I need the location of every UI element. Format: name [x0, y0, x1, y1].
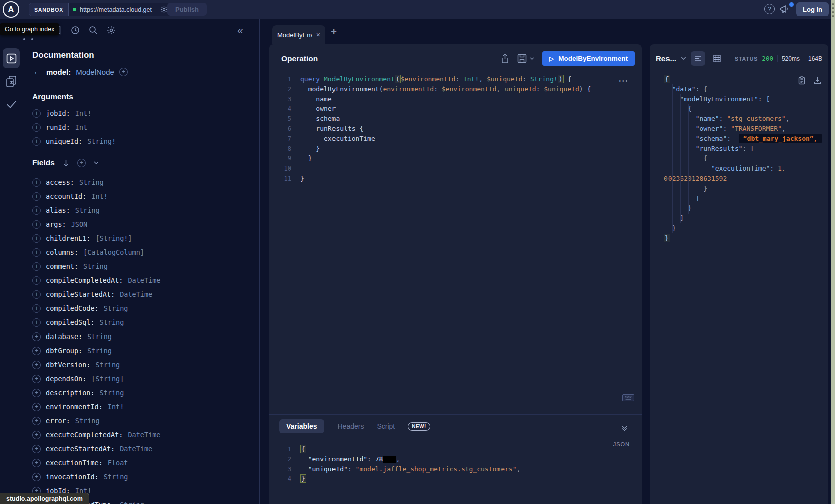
tab-script[interactable]: Script: [377, 422, 395, 430]
apollo-logo-icon[interactable]: A: [3, 1, 19, 18]
endpoint-url[interactable]: https://metadata.cloud.get: [80, 6, 157, 13]
window-edge-scrollbar[interactable]: [831, 0, 835, 504]
doc-field-row[interactable]: +runId:Int: [32, 120, 259, 134]
publish-button[interactable]: Publish: [167, 3, 207, 16]
close-tab-icon[interactable]: ×: [316, 31, 320, 39]
field-type[interactable]: [String!]: [95, 234, 132, 242]
sidebar-item-schema-diff[interactable]: [6, 75, 17, 88]
field-type[interactable]: String: [75, 417, 100, 425]
field-type[interactable]: String: [100, 389, 124, 397]
field-type[interactable]: Float: [108, 459, 128, 467]
doc-field-row[interactable]: +dbtGroup:String: [32, 344, 259, 358]
add-to-query-icon[interactable]: +: [32, 389, 41, 397]
save-options-chevron-icon[interactable]: [530, 57, 534, 60]
history-icon[interactable]: [71, 26, 80, 35]
add-all-fields-icon[interactable]: +: [77, 159, 86, 167]
doc-field-row[interactable]: +executionTime:Float: [32, 456, 259, 470]
doc-field-row[interactable]: +dbtVersion:String: [32, 358, 259, 372]
keyboard-shortcuts-icon[interactable]: [622, 394, 634, 401]
doc-field-row[interactable]: +columns:[CatalogColumn]: [32, 245, 259, 259]
back-arrow-icon[interactable]: ←: [33, 67, 41, 76]
doc-field-row[interactable]: +compileCompletedAt:DateTime: [32, 273, 259, 287]
add-to-query-icon[interactable]: +: [32, 192, 41, 201]
search-icon[interactable]: [89, 26, 98, 35]
doc-field-row[interactable]: +jobId:Int!: [32, 106, 259, 120]
add-to-query-icon[interactable]: +: [32, 375, 41, 383]
add-to-query-icon[interactable]: +: [32, 361, 41, 369]
doc-field-row[interactable]: +invocationId:String: [32, 470, 259, 484]
announcements-megaphone-icon[interactable]: [779, 4, 790, 14]
doc-field-row[interactable]: +compileStartedAt:DateTime: [32, 287, 259, 301]
field-type[interactable]: String: [104, 473, 128, 481]
doc-field-row[interactable]: +compiledCode:String: [32, 301, 259, 315]
add-to-query-icon[interactable]: +: [32, 459, 41, 467]
field-type[interactable]: DateTime: [120, 445, 152, 453]
doc-field-row[interactable]: +args:JSON: [32, 217, 259, 231]
doc-field-row[interactable]: +executeStartedAt:DateTime: [32, 442, 259, 456]
doc-field-row[interactable]: +error:String: [32, 414, 259, 428]
variables-code-editor[interactable]: 1{2 "environmentId": 78,3 "uniqueId": "m…: [269, 444, 642, 484]
tab-variables[interactable]: Variables: [279, 419, 324, 433]
share-operation-icon[interactable]: [500, 54, 509, 64]
doc-field-row[interactable]: +database:String: [32, 329, 259, 344]
field-type[interactable]: String: [87, 332, 112, 341]
doc-field-row[interactable]: +description:String: [32, 386, 259, 400]
field-type[interactable]: String: [87, 347, 112, 355]
field-type[interactable]: DateTime: [120, 290, 152, 298]
chevron-down-icon[interactable]: [94, 161, 99, 165]
field-type[interactable]: String: [100, 318, 124, 326]
field-type[interactable]: DateTime: [128, 276, 160, 284]
add-to-query-icon[interactable]: +: [32, 347, 41, 355]
add-to-query-icon[interactable]: +: [32, 332, 41, 341]
response-json-viewer[interactable]: { "data": { "modelByEnvironment": [ { "n…: [650, 74, 828, 243]
operation-code-editor[interactable]: 1query ModelByEnvironment($environmentId…: [269, 74, 642, 184]
field-type[interactable]: String: [83, 262, 108, 270]
run-operation-button[interactable]: ▷ ModelByEnvironment: [542, 51, 635, 66]
save-operation-icon[interactable]: [517, 54, 527, 63]
response-chevron-icon[interactable]: [681, 57, 686, 60]
help-icon[interactable]: ?: [764, 4, 775, 14]
add-to-query-icon[interactable]: +: [32, 318, 41, 327]
field-type[interactable]: Int!: [108, 403, 124, 411]
add-to-query-icon[interactable]: +: [32, 206, 41, 215]
add-field-to-query-icon[interactable]: +: [119, 68, 128, 76]
field-type[interactable]: Int!: [75, 109, 92, 117]
field-type[interactable]: [CatalogColumn]: [83, 248, 144, 256]
doc-field-row[interactable]: +environmentId:Int!: [32, 400, 259, 414]
add-to-query-icon[interactable]: +: [32, 276, 41, 285]
breadcrumb-type-link[interactable]: ModelNode: [76, 68, 114, 76]
add-to-query-icon[interactable]: +: [32, 473, 41, 481]
add-to-query-icon[interactable]: +: [32, 109, 41, 118]
collapse-docs-icon[interactable]: «: [237, 24, 243, 36]
endpoint-url-field[interactable]: https://metadata.cloud.get: [69, 3, 172, 16]
field-type[interactable]: String!: [87, 137, 116, 145]
field-type[interactable]: String: [75, 206, 100, 214]
doc-field-row[interactable]: +comment:String: [32, 259, 259, 273]
doc-field-row[interactable]: +accountId:Int!: [32, 189, 259, 203]
response-json-view-button[interactable]: [691, 51, 705, 66]
add-to-query-icon[interactable]: +: [32, 220, 41, 229]
field-type[interactable]: String: [95, 361, 120, 369]
sidebar-item-checks[interactable]: [6, 100, 17, 109]
field-type[interactable]: String: [120, 501, 144, 504]
response-table-view-button[interactable]: [710, 51, 724, 66]
doc-field-row[interactable]: +childrenL1:[String!]: [32, 231, 259, 245]
add-to-query-icon[interactable]: +: [32, 403, 41, 411]
doc-field-row[interactable]: +dependsOn:[String]: [32, 372, 259, 386]
field-type[interactable]: [String]: [91, 375, 124, 383]
field-type[interactable]: DateTime: [128, 431, 160, 439]
doc-field-row[interactable]: +executeCompletedAt:DateTime: [32, 428, 259, 442]
add-to-query-icon[interactable]: +: [32, 304, 41, 313]
field-type[interactable]: JSON: [71, 220, 88, 228]
tab-modelbyenvironment[interactable]: ModelByEnvi... ×: [272, 25, 325, 44]
sort-fields-icon[interactable]: [63, 159, 69, 167]
settings-gear-icon[interactable]: [107, 26, 116, 35]
add-to-query-icon[interactable]: +: [32, 137, 41, 146]
add-to-query-icon[interactable]: +: [32, 290, 41, 299]
field-type[interactable]: Int!: [91, 192, 108, 200]
field-type[interactable]: String: [104, 304, 128, 312]
doc-field-row[interactable]: +access:String: [32, 175, 259, 189]
field-type[interactable]: Int: [75, 123, 87, 131]
add-to-query-icon[interactable]: +: [32, 262, 41, 271]
add-to-query-icon[interactable]: +: [32, 445, 41, 453]
